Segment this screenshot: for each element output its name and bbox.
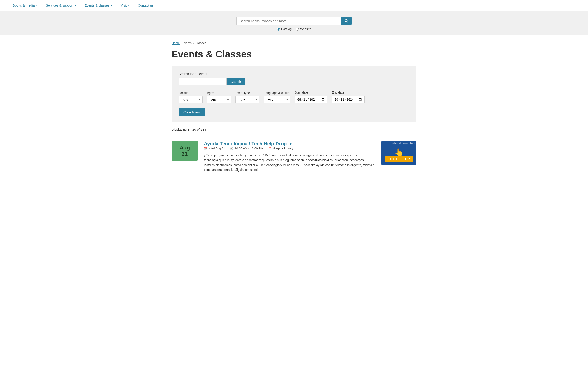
nav-item-contact[interactable]: Contact us xyxy=(134,0,158,11)
filter-search-label: Search for an event xyxy=(179,72,409,76)
filter-event-type-group: Event type - Any - xyxy=(235,91,260,103)
breadcrumb-home[interactable]: Home xyxy=(172,41,180,45)
nav-label-services-support: Services & support xyxy=(46,3,73,7)
filter-event-type-label: Event type xyxy=(235,91,260,95)
calendar-icon: 📅 xyxy=(204,147,207,150)
filter-search-row: Search xyxy=(179,78,409,85)
filter-ages-select[interactable]: - Any - xyxy=(207,96,231,103)
event-search-input[interactable] xyxy=(179,78,227,85)
filter-area: Search for an event Search Location - An… xyxy=(172,66,416,122)
breadcrumb-separator: / xyxy=(181,41,182,45)
main-content: Home / Events & Classes Events & Classes… xyxy=(163,41,425,178)
nav-item-events-classes[interactable]: Events & classes ▼ xyxy=(81,0,117,11)
filter-start-date-group: Start date xyxy=(295,91,327,103)
radio-catalog[interactable] xyxy=(277,28,280,31)
event-location: Holgate Library xyxy=(273,147,294,150)
search-option-website[interactable]: Website xyxy=(296,27,311,31)
event-time: 10:00 AM - 12:00 PM xyxy=(234,147,263,150)
chevron-down-icon: ▼ xyxy=(110,4,113,7)
svg-line-1 xyxy=(347,21,348,23)
event-day-of-week: Wed Aug 21 xyxy=(209,147,225,150)
event-card: Aug 21 Ayuda Tecnológica / Tech Help Dro… xyxy=(172,136,416,178)
nav-item-visit[interactable]: Visit ▼ xyxy=(117,0,134,11)
results-count: Displaying 1 - 20 of 614 xyxy=(172,128,416,131)
website-label: Website xyxy=(300,27,311,31)
filter-end-date-input[interactable] xyxy=(332,96,365,103)
search-input-row xyxy=(236,17,352,25)
catalog-label: Catalog xyxy=(281,27,292,31)
chevron-down-icon: ▼ xyxy=(74,4,77,7)
event-thumbnail: Multnomah County Library 👆 TECH HELP xyxy=(381,141,416,165)
filter-end-date-group: End date xyxy=(332,91,365,103)
filter-event-type-select[interactable]: - Any - xyxy=(235,96,260,103)
search-icon xyxy=(345,19,348,23)
tech-help-badge-label: TECH HELP xyxy=(385,156,413,162)
filter-language-label: Language & culture xyxy=(264,91,290,95)
filter-language-select[interactable]: - Any - xyxy=(264,96,290,103)
event-time-meta: 🕙 10:00 AM - 12:00 PM xyxy=(230,147,263,150)
search-button[interactable] xyxy=(341,17,352,25)
event-search-button[interactable]: Search xyxy=(227,78,245,85)
event-title-link[interactable]: Ayuda Tecnológica / Tech Help Drop-in xyxy=(204,141,293,146)
breadcrumb: Home / Events & Classes xyxy=(172,41,416,45)
event-description: ¿Tiene preguntas o necesita ayuda técnic… xyxy=(204,153,375,172)
filter-start-date-input[interactable] xyxy=(295,96,327,103)
nav-label-visit: Visit xyxy=(121,3,127,7)
location-icon: 📍 xyxy=(268,147,272,150)
nav-label-contact: Contact us xyxy=(138,3,154,7)
event-date-meta: 📅 Wed Aug 21 xyxy=(204,147,225,150)
clear-filters-button[interactable]: Clear filters xyxy=(179,108,205,116)
event-details: Ayuda Tecnológica / Tech Help Drop-in 📅 … xyxy=(204,141,375,172)
nav-label-books-media: Books & media xyxy=(13,3,35,7)
chevron-down-icon: ▼ xyxy=(128,4,130,7)
chevron-down-icon: ▼ xyxy=(36,4,38,7)
page-title: Events & Classes xyxy=(172,49,416,60)
tech-help-icon: 👆 xyxy=(394,148,404,157)
events-list: Aug 21 Ayuda Tecnológica / Tech Help Dro… xyxy=(172,136,416,178)
search-option-catalog[interactable]: Catalog xyxy=(277,27,292,31)
filter-ages-group: Ages - Any - xyxy=(207,91,231,103)
filter-location-label: Location xyxy=(179,91,203,95)
nav-label-events-classes: Events & classes xyxy=(85,3,109,7)
nav-item-services-support[interactable]: Services & support ▼ xyxy=(42,0,81,11)
event-meta: 📅 Wed Aug 21 🕙 10:00 AM - 12:00 PM 📍 Hol… xyxy=(204,147,375,150)
search-options: Catalog Website xyxy=(277,27,311,31)
search-input[interactable] xyxy=(236,17,341,25)
filter-start-date-label: Start date xyxy=(295,91,327,94)
radio-website[interactable] xyxy=(296,28,299,31)
filter-end-date-label: End date xyxy=(332,91,365,94)
filter-ages-label: Ages xyxy=(207,91,231,95)
event-date-badge: Aug 21 xyxy=(172,141,198,161)
org-label: Multnomah County Library xyxy=(392,142,415,144)
search-bar-area: Catalog Website xyxy=(0,11,588,35)
breadcrumb-current: Events & Classes xyxy=(182,41,206,45)
filters-row: Location - Any - Ages - Any - Event type… xyxy=(179,91,409,103)
event-date-day: 21 xyxy=(182,151,188,157)
clock-icon: 🕙 xyxy=(230,147,233,150)
main-nav: Books & media ▼ Services & support ▼ Eve… xyxy=(0,0,588,11)
event-location-meta: 📍 Holgate Library xyxy=(268,147,294,150)
filter-location-select[interactable]: - Any - xyxy=(179,96,203,103)
filter-language-group: Language & culture - Any - xyxy=(264,91,290,103)
event-date-month: Aug xyxy=(180,145,190,151)
filter-location-group: Location - Any - xyxy=(179,91,203,103)
nav-item-books-media[interactable]: Books & media ▼ xyxy=(9,0,42,11)
